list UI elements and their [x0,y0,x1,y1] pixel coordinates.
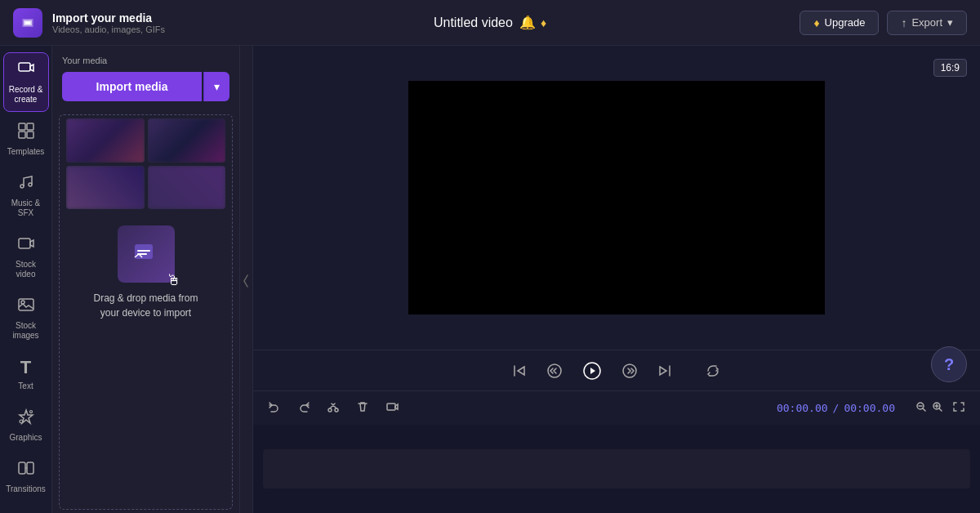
video-canvas [408,81,825,314]
sidebar-item-label: Text [18,381,33,391]
stock-images-icon [17,296,35,318]
import-btn-row: Import media ▾ [62,72,229,101]
media-thumbnail[interactable] [148,166,226,210]
redo-button[interactable] [292,397,315,420]
sidebar-item-text[interactable]: T Text [3,350,49,398]
skip-to-start-button[interactable] [512,364,527,378]
sidebar-item-label: Transitions [6,484,46,494]
svg-rect-3 [19,132,25,138]
zoom-out-button[interactable] [915,400,928,416]
playback-controls [253,350,980,390]
current-time: 00:00.00 [777,402,828,414]
sidebar-item-templates[interactable]: Templates [3,115,49,163]
import-media-arrow-button[interactable]: ▾ [203,72,229,101]
transitions-icon [17,459,35,481]
svg-rect-12 [19,462,25,474]
svg-rect-2 [27,123,33,130]
sidebar-item-label: Templates [7,147,45,157]
sidebar-item-label: Record & create [9,85,43,105]
main-content: Record & create Templates [0,46,980,513]
undo-button[interactable] [263,397,286,420]
aspect-ratio-badge: 16:9 [933,59,967,77]
svg-rect-20 [387,404,395,410]
title-icons: 🔔 ♦ [519,15,546,30]
track-area[interactable] [263,449,970,488]
import-media-button[interactable]: Import media [62,72,202,101]
media-thumbnail[interactable] [148,118,226,163]
collapse-handle[interactable] [240,46,253,513]
zoom-in-button[interactable] [931,400,944,416]
media-thumbnail[interactable] [66,166,145,210]
crown-icon: ♦ [541,16,546,29]
sidebar-item-record-create[interactable]: Record & create [3,52,49,112]
app-subtitle: Videos, audio, images, GIFs [52,25,165,34]
svg-rect-1 [19,123,25,130]
drag-drop-area: 🖱 Drag & drop media from your device to … [66,212,225,333]
fast-forward-button[interactable] [621,363,638,379]
media-thumbnail[interactable] [66,118,145,163]
timeline-time: 00:00.00 / 00:00.00 [777,402,895,414]
svg-point-11 [29,411,32,413]
loop-button[interactable] [705,363,721,379]
help-label: ? [944,355,954,374]
music-icon [17,173,35,195]
video-title[interactable]: Untitled video [434,16,513,30]
upgrade-label: Upgrade [825,16,866,29]
sidebar-item-stock-images[interactable]: Stock images [3,289,49,347]
timeline-tracks [253,425,980,513]
sidebar-item-stock-video[interactable]: Stock video [3,228,49,286]
cursor-icon: 🖱 [167,272,181,289]
rewind-button[interactable] [546,363,563,379]
upgrade-button[interactable]: ♦ Upgrade [800,11,879,35]
export-chevron-icon: ▾ [947,16,953,29]
media-panel: Your media Import media ▾ [52,46,240,513]
app-title-group: Import your media Videos, audio, images,… [52,11,165,34]
help-button[interactable]: ? [931,346,967,382]
left-sidebar: Record & create Templates [0,46,52,513]
sidebar-item-graphics[interactable]: Graphics [3,401,49,449]
sidebar-item-label: Stock video [7,260,46,279]
fit-button[interactable] [947,399,970,417]
topbar-right: ♦ Upgrade ↑ Export ▾ [800,11,967,35]
svg-point-6 [29,183,32,186]
upload-icon: ↑ [901,16,906,29]
sidebar-item-label: Music & SFX [7,199,46,218]
timeline-toolbar: 00:00.00 / 00:00.00 [253,390,980,425]
svg-rect-7 [19,239,30,248]
time-separator: / [833,402,840,414]
svg-rect-13 [27,462,33,474]
video-preview: 16:9 [253,46,980,350]
sidebar-item-label: Graphics [9,433,42,443]
sidebar-item-label: Stock images [12,321,38,341]
media-grid: 🖱 Drag & drop media from your device to … [59,114,233,510]
record-timeline-button[interactable] [381,397,403,420]
drag-drop-text: Drag & drop media from your device to im… [93,291,198,320]
export-button[interactable]: ↑ Export ▾ [887,11,967,35]
export-label: Export [911,16,942,29]
graphics-icon [17,408,35,430]
diamond-icon: ♦ [813,16,819,29]
stock-video-icon [17,234,35,256]
svg-point-5 [20,185,24,188]
bell-slash-icon: 🔔 [519,15,536,30]
timeline-area: 00:00.00 / 00:00.00 [253,390,980,513]
sidebar-item-transitions[interactable]: Transitions [3,453,49,501]
sidebar-item-music-sfx[interactable]: Music & SFX [3,167,49,225]
drag-icon: 🖱 [118,225,175,283]
total-time: 00:00.00 [844,402,895,414]
timeline-zoom [915,399,970,417]
cut-button[interactable] [322,397,345,420]
media-panel-header: Your media Import media ▾ [52,46,239,111]
video-title-area: Untitled video 🔔 ♦ [434,15,546,30]
text-icon: T [20,357,31,378]
topbar: Import your media Videos, audio, images,… [0,0,980,46]
app-title: Import your media [52,11,165,25]
skip-to-end-button[interactable] [657,364,672,378]
templates-icon [17,122,35,144]
delete-button[interactable] [351,397,374,420]
svg-rect-4 [27,132,33,138]
app-logo [13,8,42,38]
play-button[interactable] [582,361,602,381]
your-media-label: Your media [62,56,229,65]
video-area: 16:9 [253,46,980,513]
